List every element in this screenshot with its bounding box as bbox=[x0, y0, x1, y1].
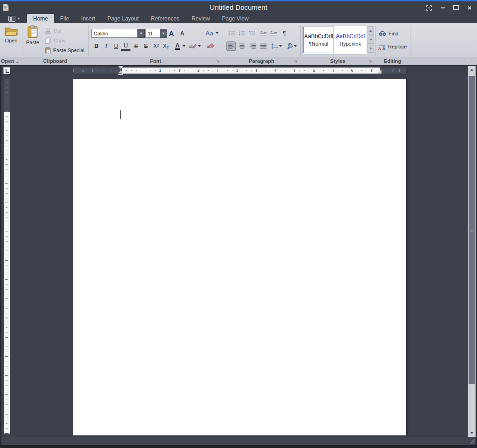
horizontal-ruler-left-margin[interactable]: 1 bbox=[73, 68, 122, 74]
font-color-dropdown-button[interactable] bbox=[182, 41, 186, 51]
font-size-value[interactable]: 11 bbox=[145, 29, 160, 38]
double-underline-button[interactable]: U bbox=[121, 41, 130, 51]
show-formatting-marks-button[interactable]: ¶ bbox=[279, 28, 289, 38]
paste-button[interactable]: Paste bbox=[25, 25, 41, 45]
quick-access-icon bbox=[8, 16, 15, 22]
left-indent-marker[interactable] bbox=[118, 74, 123, 75]
align-center-button[interactable] bbox=[237, 41, 246, 51]
font-name-dropdown-button[interactable] bbox=[137, 29, 145, 38]
styles-gallery: AaBbCcDdEe ¶Normal AaBbCcDdEe Hyperlink bbox=[302, 26, 367, 54]
clipboard-group-label: Clipboard bbox=[22, 58, 89, 65]
chevron-down-icon bbox=[183, 45, 185, 47]
tab-page-view[interactable]: Page View bbox=[216, 14, 255, 23]
font-color-button[interactable]: A bbox=[173, 41, 182, 51]
first-line-indent-marker[interactable] bbox=[118, 66, 123, 69]
underline-button[interactable]: U bbox=[111, 41, 121, 51]
grow-font-button[interactable]: A bbox=[167, 28, 176, 38]
style-normal[interactable]: AaBbCcDdEe ¶Normal bbox=[303, 27, 334, 53]
styles-gallery-scroll bbox=[368, 26, 374, 53]
align-left-button[interactable] bbox=[226, 41, 236, 51]
bold-button[interactable]: B bbox=[92, 41, 101, 51]
hanging-indent-marker[interactable] bbox=[118, 70, 123, 73]
scrollbar-thumb[interactable] bbox=[469, 76, 475, 384]
vertical-scrollbar[interactable] bbox=[468, 66, 476, 437]
bullet-list-button[interactable] bbox=[227, 28, 236, 38]
numbered-list-button[interactable] bbox=[237, 28, 246, 38]
styles-scroll-down-button[interactable] bbox=[368, 35, 374, 44]
shrink-font-button[interactable]: A bbox=[177, 29, 187, 38]
subscript-button[interactable]: X₂ bbox=[161, 41, 170, 51]
scroll-down-button[interactable] bbox=[468, 429, 476, 437]
fullscreen-icon bbox=[426, 5, 432, 11]
double-strikethrough-button[interactable]: S bbox=[141, 41, 150, 51]
maximize-icon bbox=[453, 5, 459, 10]
chevron-down-icon bbox=[279, 45, 282, 47]
align-right-button[interactable] bbox=[248, 41, 257, 51]
strikethrough-button[interactable]: S bbox=[131, 41, 141, 51]
font-size-combobox[interactable]: 11 bbox=[145, 29, 167, 38]
triangle-up-icon bbox=[369, 30, 372, 32]
font-group-label: Font bbox=[89, 58, 223, 65]
tab-references[interactable]: References bbox=[145, 14, 185, 23]
resize-grip[interactable] bbox=[469, 438, 475, 444]
quick-access-menu-button[interactable] bbox=[8, 15, 20, 22]
fullscreen-button[interactable] bbox=[425, 4, 433, 12]
highlight-button[interactable]: ab bbox=[188, 41, 198, 51]
ribbon-tab-row: Home File Insert Page Layout References … bbox=[0, 14, 477, 23]
vertical-ruler-top-margin[interactable] bbox=[4, 79, 10, 112]
paragraph-dialog-launcher[interactable]: ↘ bbox=[294, 58, 298, 64]
document-page[interactable] bbox=[73, 79, 406, 435]
horizontal-ruler-right-margin[interactable]: 7 bbox=[380, 68, 406, 74]
group-separator bbox=[300, 25, 301, 56]
open-button[interactable]: Open bbox=[4, 26, 19, 43]
paste-special-icon bbox=[45, 47, 51, 54]
group-separator bbox=[223, 25, 223, 56]
copy-icon bbox=[45, 37, 51, 44]
cut-scissors-icon bbox=[45, 27, 51, 34]
close-button[interactable]: × bbox=[466, 4, 473, 12]
minimize-button[interactable] bbox=[439, 4, 446, 12]
decrease-indent-button[interactable] bbox=[259, 28, 268, 38]
justify-button[interactable] bbox=[259, 41, 268, 51]
font-name-combobox[interactable]: Calibri bbox=[91, 29, 145, 38]
find-button[interactable]: Find bbox=[379, 29, 398, 38]
collapse-ribbon-button[interactable]: ▴ bbox=[467, 58, 470, 62]
clear-formatting-button[interactable]: ab bbox=[206, 41, 215, 51]
styles-dialog-launcher[interactable]: ↘ bbox=[368, 58, 372, 64]
shading-dropdown-button[interactable] bbox=[293, 41, 297, 51]
open-dialog-launcher[interactable]: ⌄ bbox=[15, 59, 19, 64]
copy-button[interactable]: Copy bbox=[45, 36, 66, 45]
highlight-dropdown-button[interactable] bbox=[197, 41, 201, 51]
line-spacing-dropdown-button[interactable] bbox=[278, 41, 282, 51]
tab-review[interactable]: Review bbox=[185, 14, 216, 23]
font-dialog-launcher[interactable]: ↘ bbox=[216, 58, 220, 64]
right-indent-marker[interactable] bbox=[377, 70, 382, 74]
font-name-value[interactable]: Calibri bbox=[91, 29, 137, 38]
styles-more-button[interactable] bbox=[368, 44, 374, 53]
horizontal-ruler[interactable]: 1 2 3 4 5 6 bbox=[122, 68, 380, 74]
styles-scroll-up-button[interactable] bbox=[368, 26, 374, 35]
maximize-button[interactable] bbox=[452, 4, 460, 12]
multilevel-list-button[interactable] bbox=[247, 28, 257, 38]
italic-button[interactable]: I bbox=[102, 41, 111, 51]
superscript-button[interactable]: X² bbox=[151, 41, 161, 51]
change-case-button[interactable]: Aa bbox=[205, 29, 218, 37]
tab-home[interactable]: Home bbox=[27, 14, 54, 23]
style-hyperlink[interactable]: AaBbCcDdEe Hyperlink bbox=[335, 27, 366, 53]
replace-button[interactable]: A B Replace bbox=[378, 42, 407, 51]
font-size-dropdown-button[interactable] bbox=[160, 29, 167, 38]
paragraph-group-label: Paragraph bbox=[223, 58, 300, 65]
open-group-label: Open ⌄ bbox=[1, 58, 22, 65]
chevron-down-icon bbox=[216, 32, 218, 34]
tab-insert[interactable]: Insert bbox=[75, 14, 101, 23]
align-right-icon bbox=[249, 43, 256, 49]
tab-file[interactable]: File bbox=[54, 14, 75, 23]
cut-button[interactable]: Cut bbox=[45, 27, 61, 35]
tab-stop-selector[interactable] bbox=[3, 67, 10, 74]
paste-special-button[interactable]: Paste Special bbox=[45, 46, 84, 54]
scroll-up-button[interactable] bbox=[468, 66, 476, 74]
chevron-down-icon bbox=[198, 45, 201, 47]
increase-indent-button[interactable] bbox=[269, 28, 278, 38]
tab-page-layout[interactable]: Page Layout bbox=[101, 14, 144, 23]
vertical-ruler[interactable] bbox=[4, 112, 10, 434]
